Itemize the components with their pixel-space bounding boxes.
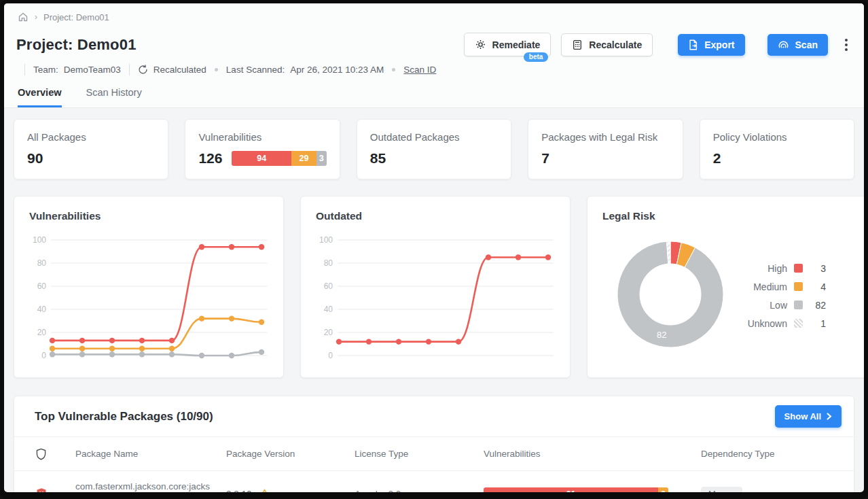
main-content: All Packages 90 Vulnerabilities 126 9429… <box>4 108 864 492</box>
breadcrumb-project: Project: Demo01 <box>43 12 109 22</box>
stat-label: Vulnerabilities <box>198 131 326 143</box>
recalculated-status: Recalculated <box>153 65 206 75</box>
bar-segment: 61 <box>484 487 658 492</box>
beta-badge: beta <box>524 52 549 62</box>
legend-value: 3 <box>803 263 826 274</box>
tab-overview[interactable]: Overview <box>18 87 62 107</box>
legend-swatch <box>794 319 803 328</box>
svg-text:100: 100 <box>33 235 46 245</box>
export-label: Export <box>704 39 734 50</box>
stat-card-outdated-packages: Outdated Packages 85 <box>357 119 511 179</box>
severity-shield-icon <box>32 448 75 460</box>
col-package-name: Package Name <box>75 437 226 470</box>
stat-label: All Packages <box>27 131 155 143</box>
recalculate-label: Recalculate <box>589 39 642 50</box>
export-button[interactable]: Export <box>678 34 744 56</box>
legal-risk-donut-chart: 82 <box>602 225 738 366</box>
charts-row: Vulnerabilities 020406080100 Outdated 02… <box>14 196 854 378</box>
remediate-gear-icon <box>475 39 486 50</box>
svg-text:40: 40 <box>324 305 333 314</box>
svg-text:H: H <box>39 490 43 492</box>
stat-value: 7 <box>541 150 549 167</box>
scan-button[interactable]: Scan <box>767 34 828 56</box>
package-version-cell: 2.8.10 <box>226 489 355 492</box>
legend-value: 1 <box>803 318 826 329</box>
stat-card-policy-violations: Policy Violations 2 <box>700 119 854 179</box>
legend-value: 4 <box>803 281 826 292</box>
legend-swatch <box>794 264 803 273</box>
divider <box>129 64 130 75</box>
high-severity-shield-icon: H <box>32 487 75 492</box>
scan-radar-icon <box>778 39 789 50</box>
legend-label: Medium <box>738 281 787 292</box>
recalculate-button[interactable]: Recalculate <box>561 33 653 56</box>
project-meta-row: Team: DemoTeam03 Recalculated Last Scann… <box>16 64 852 75</box>
legend-label: Low <box>738 300 787 311</box>
show-all-label: Show All <box>784 411 821 421</box>
remediate-label: Remediate <box>492 39 541 50</box>
stat-value: 2 <box>713 150 721 167</box>
stat-card-vulnerabilities: Vulnerabilities 126 94293 <box>185 119 340 179</box>
svg-text:20: 20 <box>324 328 333 337</box>
home-icon[interactable] <box>18 12 29 22</box>
svg-text:60: 60 <box>37 281 47 291</box>
svg-text:100: 100 <box>319 235 333 245</box>
chart-title: Legal Risk <box>602 210 853 222</box>
legend-row: High 3 <box>738 263 826 274</box>
line-chart-svg: 020406080100 <box>316 232 555 365</box>
svg-text:0: 0 <box>328 351 333 360</box>
legal-risk-donut-card: Legal Risk 82 High 3 Medium 4 Low 82 Unk… <box>587 196 864 378</box>
legend-label: Unknown <box>738 318 787 329</box>
svg-text:20: 20 <box>37 328 47 337</box>
header-actions: Remediate beta <box>464 33 852 56</box>
legend-value: 82 <box>803 300 826 311</box>
col-vulnerabilities: Vulnerabilities <box>484 437 701 470</box>
bar-segment: 3 <box>317 151 327 166</box>
page-title: Project: Demo01 <box>16 36 137 54</box>
stat-value: 85 <box>370 150 386 167</box>
package-name: com.fasterxml.jackson.core:jackson-datab… <box>75 480 226 492</box>
stat-label: Policy Violations <box>713 131 841 143</box>
export-icon <box>688 39 698 50</box>
svg-text:80: 80 <box>324 258 333 268</box>
chevron-right-icon: › <box>35 12 37 22</box>
stat-card-all-packages: All Packages 90 <box>14 119 168 179</box>
outdated-line-chart: 020406080100 <box>316 232 555 368</box>
legend-label: High <box>738 263 787 274</box>
legend-row: Low 82 <box>738 300 826 311</box>
calculator-icon <box>572 39 583 50</box>
stat-value: 90 <box>27 150 43 167</box>
legal-risk-legend: High 3 Medium 4 Low 82 Unknown 1 <box>738 263 826 329</box>
dependency-type-chip: Maven <box>701 487 742 492</box>
svg-text:0: 0 <box>41 351 46 360</box>
bar-segment: 29 <box>291 151 317 166</box>
bar-segment: 94 <box>232 151 291 166</box>
table-row[interactable]: H com.fasterxml.jackson.core:jackson-dat… <box>14 471 854 492</box>
stat-card-row: All Packages 90 Vulnerabilities 126 9429… <box>14 119 854 179</box>
remediate-button[interactable]: Remediate beta <box>464 33 551 56</box>
tab-scan-history[interactable]: Scan History <box>86 87 142 107</box>
tab-bar: Overview Scan History <box>16 87 852 107</box>
table-column-headers: Package Name Package Version License Typ… <box>14 436 854 471</box>
chevron-right-icon <box>827 413 832 420</box>
license-type: Apache 2.0 <box>355 489 484 492</box>
svg-text:82: 82 <box>657 330 666 340</box>
app-window: › Project: Demo01 Project: Demo01 Remedi… <box>4 3 864 492</box>
table-title: Top Vulnerable Packages (10/90) <box>35 410 213 424</box>
col-package-version: Package Version <box>226 437 355 470</box>
more-options-kebab-icon[interactable] <box>841 35 852 54</box>
top-vulnerable-packages-card: Top Vulnerable Packages (10/90) Show All… <box>14 396 854 492</box>
warning-triangle-icon <box>259 489 270 492</box>
col-dependency-type: Dependency Type <box>701 437 854 470</box>
scan-id-link[interactable]: Scan ID <box>403 65 436 75</box>
donut-svg: 82 <box>602 225 738 364</box>
stat-label: Packages with Legal Risk <box>541 131 669 143</box>
legend-swatch <box>794 282 803 291</box>
last-scanned-value: Apr 26, 2021 10:23 AM <box>290 65 384 75</box>
page-header: › Project: Demo01 Project: Demo01 Remedi… <box>4 3 864 108</box>
outdated-line-chart-card: Outdated 020406080100 <box>300 196 571 378</box>
chart-title: Vulnerabilities <box>29 210 268 222</box>
show-all-button[interactable]: Show All <box>775 405 842 428</box>
vulnerabilities-line-chart-card: Vulnerabilities 020406080100 <box>14 196 284 378</box>
legend-row: Medium 4 <box>738 281 826 292</box>
